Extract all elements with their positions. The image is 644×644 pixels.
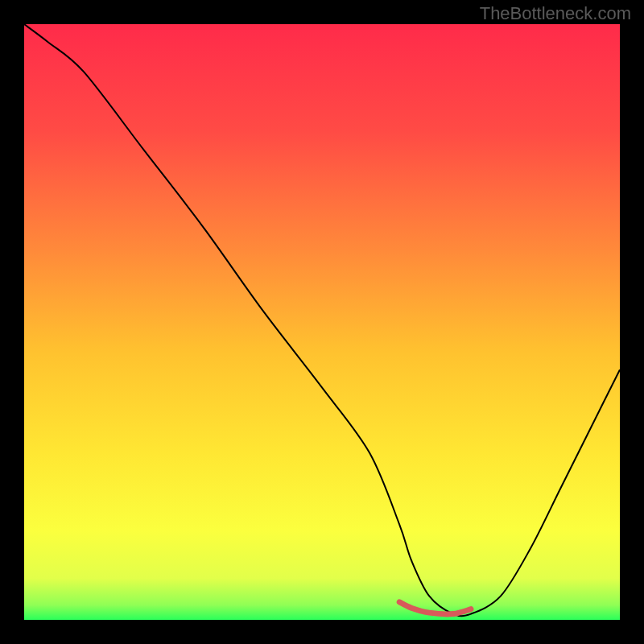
watermark-text: TheBottleneck.com [480, 3, 631, 24]
chart-background [24, 24, 620, 620]
chart-svg [24, 24, 620, 620]
chart-plot-area [24, 24, 620, 620]
